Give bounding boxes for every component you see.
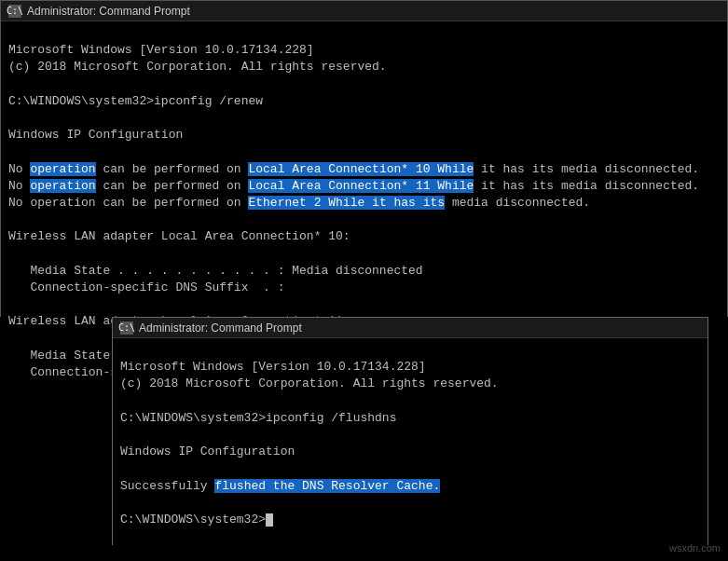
wireless1-header: Wireless LAN adapter Local Area Connecti… [8, 229, 350, 243]
bottom-cmd-body: Microsoft Windows [Version 10.0.17134.22… [113, 338, 707, 549]
top-titlebar: C:\ Administrator: Command Prompt [1, 1, 727, 21]
bottom-titlebar: C:\ Administrator: Command Prompt [113, 318, 707, 338]
highlight-op2: operation [30, 179, 95, 193]
b-line-1: Microsoft Windows [Version 10.0.17134.22… [120, 360, 426, 374]
no-op-line1: No operation can be performed on Local A… [8, 162, 699, 176]
top-window-title: Administrator: Command Prompt [27, 5, 190, 18]
cmd-window-bottom: C:\ Administrator: Command Prompt Micros… [112, 317, 708, 545]
line-2: (c) 2018 Microsoft Corporation. All righ… [8, 60, 387, 74]
cmd-icon-bottom: C:\ [120, 322, 133, 335]
cmd-icon: C:\ [8, 5, 21, 18]
bottom-window-title: Administrator: Command Prompt [139, 322, 302, 335]
watermark: wsxdn.com [669, 542, 721, 554]
b-line-2: (c) 2018 Microsoft Corporation. All righ… [120, 376, 499, 390]
flush-highlight: flushed the DNS Resolver Cache. [214, 479, 440, 493]
highlight-op1: operation [30, 162, 95, 176]
wireless1-dns: Connection-specific DNS Suffix . : [8, 280, 284, 294]
highlight-loc1: Local Area Connection* 10 While [248, 162, 474, 176]
highlight-loc2: Local Area Connection* 11 While [248, 179, 474, 193]
line-1: Microsoft Windows [Version 10.0.17134.22… [8, 43, 314, 57]
highlight-eth: Ethernet 2 While it has its [248, 196, 445, 210]
line-4: C:\WINDOWS\system32>ipconfig /renew [8, 94, 263, 108]
cmd-window-top: C:\ Administrator: Command Prompt Micros… [0, 0, 728, 317]
no-op-line2: No operation can be performed on Local A… [8, 179, 699, 193]
no-op-line3: No operation can be performed on Etherne… [8, 196, 590, 210]
cursor [266, 513, 273, 527]
b-line-8: Successfully flushed the DNS Resolver Ca… [120, 479, 440, 493]
b-line-6: Windows IP Configuration [120, 445, 295, 458]
b-line-4: C:\WINDOWS\system32>ipconfig /flushdns [120, 411, 396, 425]
line-6: Windows IP Configuration [8, 128, 183, 142]
wireless1-media: Media State . . . . . . . . . . . : Medi… [8, 264, 423, 278]
b-prompt: C:\WINDOWS\system32> [120, 513, 266, 527]
